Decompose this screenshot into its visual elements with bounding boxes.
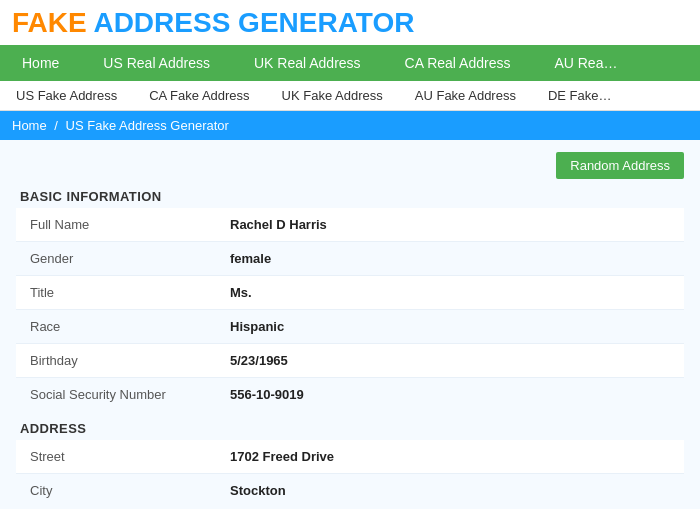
random-address-button[interactable]: Random Address bbox=[556, 152, 684, 179]
primary-nav: HomeUS Real AddressUK Real AddressCA Rea… bbox=[0, 45, 700, 81]
table-row: Genderfemale bbox=[16, 241, 684, 275]
field-value: Ms. bbox=[216, 275, 684, 309]
field-value: female bbox=[216, 241, 684, 275]
info-table-0: Full NameRachel D HarrisGenderfemaleTitl… bbox=[16, 208, 684, 411]
breadcrumb-bar: Home / US Fake Address Generator bbox=[0, 111, 700, 140]
breadcrumb-current: US Fake Address Generator bbox=[66, 118, 229, 133]
primary-nav-item-3[interactable]: CA Real Address bbox=[383, 45, 533, 81]
table-row: RaceHispanic bbox=[16, 309, 684, 343]
content: Random Address BASIC INFORMATIONFull Nam… bbox=[0, 140, 700, 509]
field-label: Full Name bbox=[16, 208, 216, 242]
primary-nav-item-1[interactable]: US Real Address bbox=[81, 45, 232, 81]
field-label: Street bbox=[16, 440, 216, 474]
primary-nav-item-0[interactable]: Home bbox=[0, 45, 81, 81]
sections-container: BASIC INFORMATIONFull NameRachel D Harri… bbox=[16, 189, 684, 507]
primary-nav-item-2[interactable]: UK Real Address bbox=[232, 45, 383, 81]
field-label: Birthday bbox=[16, 343, 216, 377]
section-title-0: BASIC INFORMATION bbox=[20, 189, 684, 204]
field-label: City bbox=[16, 473, 216, 507]
logo-rest: ADDRESS GENERATOR bbox=[87, 7, 415, 38]
logo: FAKE ADDRESS GENERATOR bbox=[12, 8, 688, 39]
breadcrumb-home[interactable]: Home bbox=[12, 118, 47, 133]
field-label: Social Security Number bbox=[16, 377, 216, 411]
field-label: Title bbox=[16, 275, 216, 309]
field-label: Race bbox=[16, 309, 216, 343]
secondary-nav: US Fake AddressCA Fake AddressUK Fake Ad… bbox=[0, 81, 700, 111]
header: FAKE ADDRESS GENERATOR bbox=[0, 0, 700, 45]
secondary-nav-item-0[interactable]: US Fake Address bbox=[0, 81, 133, 110]
field-label: Gender bbox=[16, 241, 216, 275]
table-row: CityStockton bbox=[16, 473, 684, 507]
table-row: Birthday5/23/1965 bbox=[16, 343, 684, 377]
table-row: Social Security Number556-10-9019 bbox=[16, 377, 684, 411]
primary-nav-item-4[interactable]: AU Rea… bbox=[532, 45, 639, 81]
field-value: 5/23/1965 bbox=[216, 343, 684, 377]
secondary-nav-item-2[interactable]: UK Fake Address bbox=[266, 81, 399, 110]
table-row: Full NameRachel D Harris bbox=[16, 208, 684, 242]
field-value: Stockton bbox=[216, 473, 684, 507]
random-btn-row: Random Address bbox=[16, 152, 684, 179]
info-table-1: Street1702 Freed DriveCityStockton bbox=[16, 440, 684, 507]
secondary-nav-item-3[interactable]: AU Fake Address bbox=[399, 81, 532, 110]
logo-fake: FAKE bbox=[12, 7, 87, 38]
table-row: TitleMs. bbox=[16, 275, 684, 309]
section-title-1: ADDRESS bbox=[20, 421, 684, 436]
field-value: 556-10-9019 bbox=[216, 377, 684, 411]
table-row: Street1702 Freed Drive bbox=[16, 440, 684, 474]
breadcrumb-sep: / bbox=[54, 118, 58, 133]
field-value: Rachel D Harris bbox=[216, 208, 684, 242]
secondary-nav-item-1[interactable]: CA Fake Address bbox=[133, 81, 265, 110]
field-value: 1702 Freed Drive bbox=[216, 440, 684, 474]
secondary-nav-item-4[interactable]: DE Fake… bbox=[532, 81, 628, 110]
field-value: Hispanic bbox=[216, 309, 684, 343]
